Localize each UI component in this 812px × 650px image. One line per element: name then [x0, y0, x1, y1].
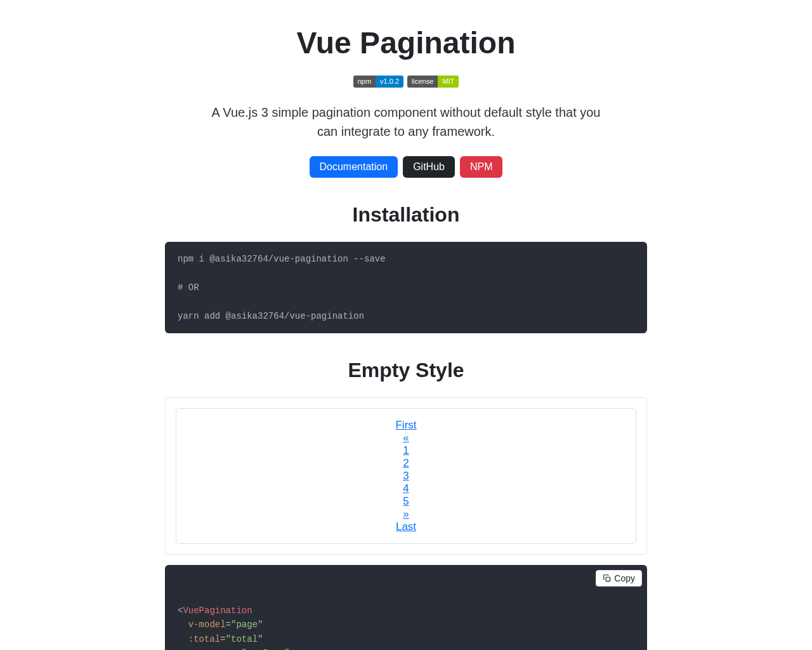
- pagination-page-1[interactable]: 1: [403, 444, 409, 456]
- empty-style-inner: First « 1 2 3 4 5 » Last: [176, 408, 636, 544]
- code-attr-1-name: :total: [188, 634, 220, 644]
- page-title: Vue Pagination: [165, 25, 647, 60]
- code-tag: VuePagination: [183, 606, 252, 616]
- empty-style-heading: Empty Style: [165, 359, 647, 382]
- code-attr-0-value: "page": [231, 620, 263, 630]
- npm-badge: npm v1.0.2: [353, 76, 403, 88]
- license-badge-right: MIT: [438, 76, 459, 88]
- pagination-list: First « 1 2 3 4 5 » Last: [187, 419, 625, 533]
- copy-label: Copy: [614, 573, 635, 583]
- actions-row: Documentation GitHub NPM: [165, 156, 647, 178]
- license-badge: license MIT: [407, 76, 459, 88]
- empty-style-codeblock: Copy <VuePagination v-model="page" :tota…: [165, 565, 647, 650]
- copy-icon: [603, 574, 612, 583]
- svg-rect-0: [606, 577, 610, 581]
- pagination-next[interactable]: »: [403, 508, 409, 520]
- pagination-page-3[interactable]: 3: [403, 470, 409, 482]
- badges-row: npm v1.0.2 license MIT: [165, 76, 647, 88]
- pagination-page-4[interactable]: 4: [403, 482, 409, 494]
- github-button[interactable]: GitHub: [403, 156, 455, 178]
- pagination-page-2[interactable]: 2: [403, 457, 409, 469]
- empty-style-card: First « 1 2 3 4 5 » Last: [165, 397, 647, 555]
- pagination-page-5[interactable]: 5: [403, 495, 409, 507]
- pagination-last[interactable]: Last: [396, 521, 416, 533]
- npm-button[interactable]: NPM: [460, 156, 503, 178]
- documentation-button[interactable]: Documentation: [310, 156, 398, 178]
- pagination-prev[interactable]: «: [403, 432, 409, 444]
- npm-badge-right: v1.0.2: [376, 76, 403, 88]
- lead-text: A Vue.js 3 simple pagination component w…: [203, 103, 609, 141]
- license-badge-left: license: [407, 76, 438, 88]
- code-attr-1-value: "total": [226, 634, 263, 644]
- installation-heading: Installation: [165, 203, 647, 227]
- pagination-first[interactable]: First: [395, 419, 416, 431]
- code-attr-0-name: v-model: [188, 620, 226, 630]
- install-codeblock: npm i @asika32764/vue-pagination --save …: [165, 242, 647, 333]
- npm-badge-left: npm: [353, 76, 376, 88]
- copy-button[interactable]: Copy: [596, 570, 642, 587]
